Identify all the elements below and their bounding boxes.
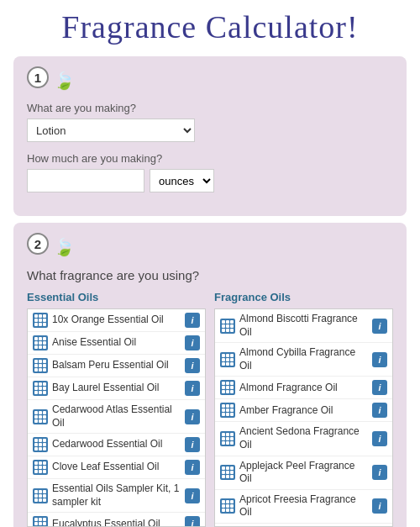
section-1-number: 1 xyxy=(27,66,49,88)
grid-icon xyxy=(33,437,48,452)
oil-name: Essential Oils Sampler Kit, 1 sampler ki… xyxy=(52,482,181,509)
list-item[interactable]: Almond Fragrance Oili xyxy=(215,377,392,399)
info-button[interactable]: i xyxy=(185,460,200,475)
section-1: 1 🍃 What are you making? Lotion Soap Can… xyxy=(13,56,407,216)
grid-icon xyxy=(220,498,235,514)
list-item[interactable]: Cedarwood Essential Oili xyxy=(28,434,205,456)
list-item[interactable]: Amber Fragrance Oili xyxy=(215,399,392,422)
list-item[interactable]: Almond Cybilla Fragrance Oili xyxy=(215,343,392,377)
grid-icon xyxy=(33,460,48,475)
info-button[interactable]: i xyxy=(372,352,387,367)
essential-oils-column: Essential Oils 10x Orange Essential Oili… xyxy=(27,291,206,527)
grid-icon xyxy=(33,409,48,424)
section-2: 2 🍃 What fragrance are you using? Essent… xyxy=(13,223,407,527)
list-item[interactable]: Ancient Sedona Fragrance Oili xyxy=(215,422,392,456)
leaf-decoration-1: 🍃 xyxy=(54,72,75,89)
section-2-header: 2 🍃 xyxy=(27,233,393,261)
grid-icon xyxy=(33,488,48,503)
list-item[interactable]: Anise Essential Oili xyxy=(28,332,205,355)
page-title: Fragrance Calculator! xyxy=(17,8,403,45)
info-button[interactable]: i xyxy=(185,437,200,452)
oil-name: Eucalyptus Essential Oil xyxy=(52,518,181,527)
grid-icon xyxy=(220,380,235,395)
oil-name: Applejack Peel Fragrance Oil xyxy=(239,460,368,486)
grid-icon xyxy=(220,352,235,367)
oil-name: Bay Laurel Essential Oil xyxy=(52,382,181,395)
list-item[interactable]: 10x Orange Essential Oili xyxy=(28,309,205,332)
fragrance-oils-header: Fragrance Oils xyxy=(214,291,393,303)
essential-oils-list[interactable]: 10x Orange Essential OiliAnise Essential… xyxy=(27,308,206,527)
quantity-row: ounces grams pounds xyxy=(27,169,393,192)
fragrance-oils-list[interactable]: Almond Biscotti Fragrance OiliAlmond Cyb… xyxy=(214,308,393,527)
list-item[interactable]: Balsam Peru Essential Oili xyxy=(28,355,205,377)
section-2-number: 2 xyxy=(27,233,49,255)
essential-oils-header: Essential Oils xyxy=(27,291,206,303)
fragrance-question: What fragrance are you using? xyxy=(27,268,393,282)
list-item[interactable]: Cedarwood Atlas Essential Oili xyxy=(28,400,205,434)
grid-icon xyxy=(220,465,235,480)
info-button[interactable]: i xyxy=(185,358,200,373)
info-button[interactable]: i xyxy=(372,319,387,334)
grid-icon xyxy=(33,516,48,527)
info-button[interactable]: i xyxy=(185,488,200,503)
list-item[interactable]: Almond Biscotti Fragrance Oili xyxy=(215,309,392,343)
info-button[interactable]: i xyxy=(372,403,387,418)
fragrance-oils-column: Fragrance Oils Almond Biscotti Fragrance… xyxy=(214,291,393,527)
header: Fragrance Calculator! xyxy=(0,0,420,50)
grid-icon xyxy=(33,381,48,396)
oil-name: Amber Fragrance Oil xyxy=(239,404,368,418)
grid-icon xyxy=(33,358,48,373)
grid-icon xyxy=(220,403,235,418)
oil-name: Balsam Peru Essential Oil xyxy=(52,359,181,372)
oil-name: Anise Essential Oil xyxy=(52,336,181,350)
info-button[interactable]: i xyxy=(185,516,200,527)
leaf-decoration-2: 🍃 xyxy=(54,239,75,256)
list-item[interactable]: Essential Oils Sampler Kit, 1 sampler ki… xyxy=(28,479,205,513)
info-button[interactable]: i xyxy=(185,313,200,328)
product-type-label: What are you making? xyxy=(27,102,393,114)
info-button[interactable]: i xyxy=(372,465,387,480)
info-button[interactable]: i xyxy=(185,381,200,396)
oil-name: Almond Fragrance Oil xyxy=(239,382,368,395)
quantity-group: How much are you making? ounces grams po… xyxy=(27,152,393,192)
quantity-label: How much are you making? xyxy=(27,152,393,165)
list-item[interactable]: Clove Leaf Essential Oili xyxy=(28,456,205,479)
product-type-group: What are you making? Lotion Soap Candle … xyxy=(27,102,393,142)
oil-name: Almond Cybilla Fragrance Oil xyxy=(239,346,368,372)
oil-name: Almond Biscotti Fragrance Oil xyxy=(239,313,368,339)
oil-name: Cedarwood Atlas Essential Oil xyxy=(52,403,181,430)
grid-icon xyxy=(33,335,48,350)
list-item[interactable]: Bay Laurel Essential Oili xyxy=(28,377,205,400)
grid-icon xyxy=(220,319,235,334)
oil-name: Ancient Sedona Fragrance Oil xyxy=(239,425,368,451)
quantity-input[interactable] xyxy=(27,169,144,192)
grid-icon xyxy=(220,431,235,446)
oils-container: Essential Oils 10x Orange Essential Oili… xyxy=(27,291,393,527)
list-item[interactable]: Apricot Freesia Fragrance Oili xyxy=(215,490,392,524)
oil-name: Clove Leaf Essential Oil xyxy=(52,461,181,474)
list-item[interactable]: Arabian Spice Fragrance Oili xyxy=(215,524,392,527)
oil-name: 10x Orange Essential Oil xyxy=(52,314,181,327)
section-1-header: 1 🍃 xyxy=(27,66,393,95)
info-button[interactable]: i xyxy=(372,431,387,446)
grid-icon xyxy=(33,313,48,328)
product-type-select[interactable]: Lotion Soap Candle Body Butter Lip Balm xyxy=(27,119,195,142)
oil-name: Cedarwood Essential Oil xyxy=(52,438,181,451)
info-button[interactable]: i xyxy=(372,380,387,395)
list-item[interactable]: Eucalyptus Essential Oili xyxy=(28,513,205,527)
info-button[interactable]: i xyxy=(372,498,387,514)
oil-name: Apricot Freesia Fragrance Oil xyxy=(239,493,368,519)
units-select[interactable]: ounces grams pounds xyxy=(150,169,214,192)
list-item[interactable]: Applejack Peel Fragrance Oili xyxy=(215,456,392,490)
info-button[interactable]: i xyxy=(185,409,200,424)
info-button[interactable]: i xyxy=(185,335,200,350)
